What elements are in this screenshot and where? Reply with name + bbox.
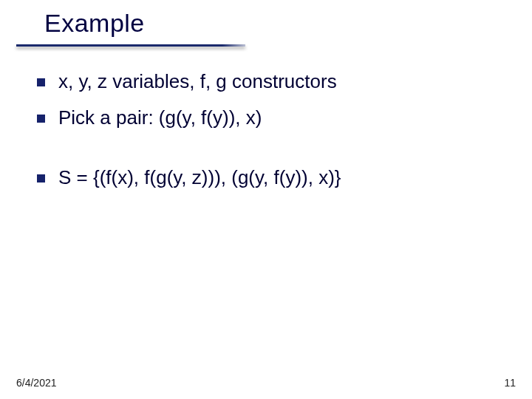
footer-date: 6/4/2021 [16, 377, 57, 389]
bullet-item-3: S = {(f(x), f(g(y, z))), (g(y, f(y)), x)… [37, 166, 502, 189]
title-underline [16, 44, 245, 47]
bullet-text: Pick a pair: (g(y, f(y)), x) [58, 106, 262, 129]
slide-footer: 6/4/2021 11 [16, 377, 516, 389]
bullet-text: S = {(f(x), f(g(y, z))), (g(y, f(y)), x)… [58, 166, 341, 189]
bullet-item-2: Pick a pair: (g(y, f(y)), x) [37, 106, 502, 129]
slide-body: x, y, z variables, f, g constructors Pic… [37, 70, 502, 202]
footer-page-number: 11 [504, 377, 516, 389]
bullet-item-1: x, y, z variables, f, g constructors [37, 70, 502, 93]
square-bullet-icon [37, 115, 45, 123]
bullet-text: x, y, z variables, f, g constructors [58, 70, 337, 93]
slide-title: Example [44, 9, 532, 38]
square-bullet-icon [37, 174, 45, 183]
square-bullet-icon [37, 78, 45, 86]
